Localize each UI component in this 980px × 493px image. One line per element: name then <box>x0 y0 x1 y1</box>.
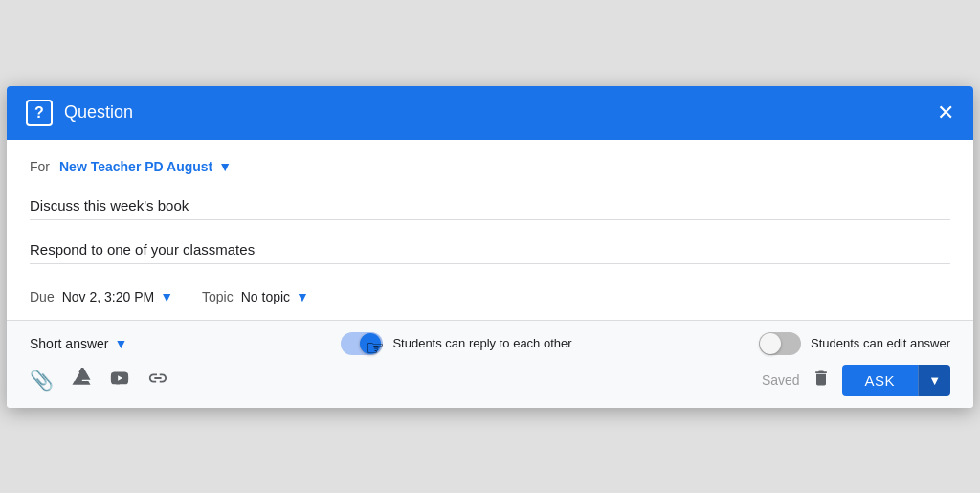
youtube-icon[interactable] <box>109 368 130 393</box>
close-button[interactable]: ✕ <box>937 102 954 123</box>
short-answer-dropdown[interactable]: Short answer ▼ <box>30 336 154 351</box>
question-icon: ? <box>26 100 53 126</box>
instructions-field[interactable] <box>30 235 950 264</box>
footer-top-row: Short answer ▼ ☞ Students can reply to e… <box>30 332 950 355</box>
ask-button[interactable]: ASK <box>842 365 919 396</box>
due-dropdown-arrow: ▼ <box>160 289 173 304</box>
edit-toggle[interactable] <box>759 332 801 355</box>
dialog-title: Question <box>64 102 133 123</box>
due-section: Due Nov 2, 3:20 PM ▼ <box>30 289 173 304</box>
class-dropdown[interactable]: New Teacher PD August ▼ <box>59 159 232 174</box>
footer-actions: Saved ASK ▼ <box>762 365 950 396</box>
paperclip-icon[interactable]: 📎 <box>30 369 54 392</box>
due-dropdown[interactable]: Nov 2, 3:20 PM ▼ <box>62 289 173 304</box>
topic-dropdown[interactable]: No topic ▼ <box>241 289 309 304</box>
dialog-footer: Short answer ▼ ☞ Students can reply to e… <box>7 321 973 408</box>
dialog-body: For New Teacher PD August ▼ Due Nov 2, 3… <box>7 140 973 320</box>
reply-toggle[interactable]: ☞ <box>341 332 383 355</box>
topic-section: Topic No topic ▼ <box>202 289 309 304</box>
reply-toggle-group: ☞ Students can reply to each other <box>173 332 740 355</box>
reply-toggle-label: Students can reply to each other <box>392 336 571 350</box>
short-answer-arrow: ▼ <box>114 336 127 351</box>
question-dialog: ? Question ✕ For New Teacher PD August ▼… <box>7 86 973 408</box>
for-label: For <box>30 159 50 174</box>
footer-bottom-row: 📎 Saved ASK ▼ <box>30 365 950 396</box>
class-name: New Teacher PD August <box>59 159 212 174</box>
saved-text: Saved <box>762 372 800 388</box>
class-dropdown-arrow: ▼ <box>218 159 232 174</box>
dialog-header: ? Question ✕ <box>7 86 973 140</box>
edit-toggle-label: Students can edit answer <box>811 336 950 350</box>
trash-icon[interactable] <box>812 369 831 392</box>
topic-dropdown-arrow: ▼ <box>296 289 309 304</box>
drive-icon[interactable] <box>71 368 92 393</box>
short-answer-label: Short answer <box>30 336 108 351</box>
header-left: ? Question <box>26 100 133 126</box>
topic-text: No topic <box>241 289 290 304</box>
for-row: For New Teacher PD August ▼ <box>30 159 950 174</box>
link-icon[interactable] <box>147 368 168 392</box>
topic-label: Topic <box>202 289 234 304</box>
attachment-icons: 📎 <box>30 368 168 393</box>
question-field[interactable] <box>30 191 950 220</box>
due-label: Due <box>30 289 55 304</box>
due-topic-row: Due Nov 2, 3:20 PM ▼ Topic No topic ▼ <box>30 280 950 320</box>
ask-dropdown-button[interactable]: ▼ <box>918 365 950 396</box>
due-date-text: Nov 2, 3:20 PM <box>62 289 155 304</box>
ask-button-group: ASK ▼ <box>842 365 950 396</box>
edit-toggle-group: Students can edit answer <box>759 332 950 355</box>
